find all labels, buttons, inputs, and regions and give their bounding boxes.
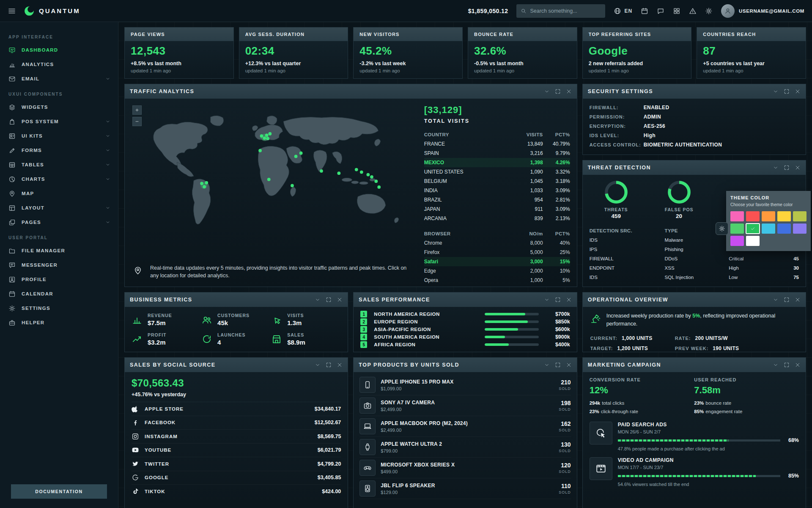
table-row[interactable]: BELGIUM1,0453.18% xyxy=(424,177,570,186)
social-row-facebook[interactable]: FACEBOOK$12,502.67 xyxy=(132,416,341,430)
sidebar-item-analytics[interactable]: ANALYTICS xyxy=(0,57,118,72)
theme-color-swatch[interactable] xyxy=(762,211,775,221)
sidebar-item-settings[interactable]: SETTINGS xyxy=(0,301,118,315)
sidebar-item-widgets[interactable]: WIDGETS xyxy=(0,100,118,114)
close-icon[interactable] xyxy=(795,88,801,94)
table-row[interactable]: Firefox5,00025% xyxy=(424,248,570,257)
collapse-icon[interactable] xyxy=(544,362,550,368)
collapse-icon[interactable] xyxy=(773,297,779,303)
theme-color-swatch[interactable] xyxy=(746,211,760,221)
collapse-icon[interactable] xyxy=(773,165,779,171)
social-row-twitter[interactable]: TWITTER$4,799.20 xyxy=(132,457,341,471)
table-row-selected[interactable]: Safari3,00015% xyxy=(424,257,570,266)
table-row[interactable]: Chrome8,00040% xyxy=(424,238,570,248)
sidebar-item-calendar[interactable]: CALENDAR xyxy=(0,287,118,301)
theme-color-swatch[interactable] xyxy=(793,211,807,221)
collapse-icon[interactable] xyxy=(315,362,321,368)
avatar[interactable] xyxy=(721,4,735,18)
collapse-icon[interactable] xyxy=(773,362,779,368)
sidebar-item-forms[interactable]: FORMS xyxy=(0,143,118,157)
zoom-in-button[interactable] xyxy=(132,105,142,115)
brand-logo[interactable]: QUANTUM xyxy=(24,6,80,17)
theme-color-swatch[interactable] xyxy=(762,224,775,234)
close-icon[interactable] xyxy=(566,362,572,368)
theme-color-swatch[interactable] xyxy=(777,224,791,234)
table-row[interactable]: FRANCE13,84940.79% xyxy=(424,139,570,149)
messages-icon[interactable] xyxy=(657,7,664,15)
social-row-google[interactable]: GOOGLE$3,405.85 xyxy=(132,471,341,485)
close-icon[interactable] xyxy=(566,88,572,94)
menu-button[interactable] xyxy=(8,7,16,15)
search-input[interactable] xyxy=(530,8,601,14)
product-row[interactable]: APPLE MACBOOK PRO (M2, 2024)$2,499.00162… xyxy=(359,416,571,437)
sidebar-item-pos-system[interactable]: POS SYSTEM xyxy=(0,114,118,129)
product-row[interactable]: APPLE WATCH ULTRA 2$799.00130SOLD xyxy=(359,437,571,458)
table-row[interactable]: IDSSQL InjectionLow75 xyxy=(590,273,799,282)
expand-icon[interactable] xyxy=(555,88,561,94)
expand-icon[interactable] xyxy=(784,362,790,368)
product-row[interactable]: JBL FLIP 6 SPEAKER$129.00110SOLD xyxy=(359,478,571,499)
collapse-icon[interactable] xyxy=(544,297,550,303)
collapse-icon[interactable] xyxy=(544,88,550,94)
table-row[interactable]: ENDPOINTXSSHigh30 xyxy=(590,263,799,273)
product-row[interactable]: APPLE IPHONE 15 PRO MAX$1,099.00210SOLD xyxy=(359,375,571,395)
expand-icon[interactable] xyxy=(784,297,790,303)
sidebar-item-file-manager[interactable]: FILE MANAGER xyxy=(0,243,118,258)
visitor-location-dots[interactable] xyxy=(200,132,381,189)
product-row[interactable]: SONY A7 IV CAMERA$2,499.00198SOLD xyxy=(359,395,571,416)
table-row[interactable]: JAPAN9113.09% xyxy=(424,204,570,214)
social-row-tiktok[interactable]: TIKTOK$424.00 xyxy=(132,485,341,499)
sidebar-item-pages[interactable]: PAGES xyxy=(0,215,118,229)
close-icon[interactable] xyxy=(795,362,801,368)
language-selector[interactable]: EN xyxy=(614,7,632,15)
table-row[interactable]: INDIA1,0333.09% xyxy=(424,186,570,195)
expand-icon[interactable] xyxy=(326,362,332,368)
theme-color-swatch[interactable] xyxy=(730,211,744,221)
table-row[interactable]: Opera1,0005% xyxy=(424,276,570,285)
collapse-icon[interactable] xyxy=(773,88,779,94)
close-icon[interactable] xyxy=(337,297,343,303)
table-row[interactable]: UNITED STATES1,0903.32% xyxy=(424,167,570,177)
settings-icon[interactable] xyxy=(705,7,713,15)
collapse-icon[interactable] xyxy=(315,297,321,303)
table-row[interactable]: ARCANIA8392.13% xyxy=(424,214,570,223)
product-row[interactable]: MICROSOFT XBOX SERIES X$499.00120SOLD xyxy=(359,458,571,478)
theme-color-swatch[interactable] xyxy=(793,224,807,234)
sidebar-item-charts[interactable]: CHARTS xyxy=(0,172,118,186)
sidebar-item-tables[interactable]: TABLES xyxy=(0,157,118,172)
documentation-button[interactable]: DOCUMENTATION xyxy=(11,484,107,499)
table-row-selected[interactable]: MEXICO1,3984.26% xyxy=(424,158,570,167)
sidebar-item-messenger[interactable]: MESSENGER xyxy=(0,258,118,272)
theme-settings-button[interactable] xyxy=(716,222,728,235)
calendar-icon[interactable] xyxy=(641,7,648,15)
social-row-apple-store[interactable]: APPLE STORE$34,840.17 xyxy=(132,402,341,416)
sidebar-item-email[interactable]: EMAIL xyxy=(0,72,118,86)
expand-icon[interactable] xyxy=(555,362,561,368)
world-map[interactable]: Real-time data updates every 5 minutes, … xyxy=(132,105,417,281)
social-row-instagram[interactable]: INSTAGRAM$8,569.75 xyxy=(132,430,341,444)
alerts-icon[interactable] xyxy=(689,7,697,15)
sidebar-item-helper[interactable]: HELPER xyxy=(0,315,118,330)
expand-icon[interactable] xyxy=(326,297,332,303)
campaign-paid-search[interactable]: PAID SEARCH ADS MON 26/6 - SUN 2/7 68% 4… xyxy=(590,422,799,451)
table-row[interactable]: Edge2,00010% xyxy=(424,266,570,276)
search-box[interactable] xyxy=(516,4,605,18)
theme-color-swatch[interactable] xyxy=(746,236,760,246)
theme-color-swatch[interactable] xyxy=(730,236,744,246)
zoom-out-button[interactable] xyxy=(132,117,142,126)
sidebar-item-layout[interactable]: LAYOUT xyxy=(0,201,118,215)
table-row[interactable]: BRAZIL9542.81% xyxy=(424,195,570,204)
table-row[interactable]: SPAIN3,2169.79% xyxy=(424,149,570,158)
apps-grid-icon[interactable] xyxy=(673,7,680,15)
close-icon[interactable] xyxy=(337,362,343,368)
sidebar-item-ui-kits[interactable]: UI KITS xyxy=(0,129,118,143)
table-row[interactable]: FIREWALLDDoSCritical45 xyxy=(590,254,799,263)
social-row-youtube[interactable]: YOUTUBE$6,021.79 xyxy=(132,444,341,458)
sidebar-item-dashboard[interactable]: DASHBOARD xyxy=(0,43,118,57)
expand-icon[interactable] xyxy=(784,88,790,94)
campaign-video-ad[interactable]: VIDEO AD CAMPAIGN MON 17/7 - SUN 23/7 85… xyxy=(590,457,799,487)
close-icon[interactable] xyxy=(566,297,572,303)
sidebar-item-profile[interactable]: PROFILE xyxy=(0,272,118,287)
sidebar-item-map[interactable]: MAP xyxy=(0,186,118,201)
expand-icon[interactable] xyxy=(784,165,790,171)
